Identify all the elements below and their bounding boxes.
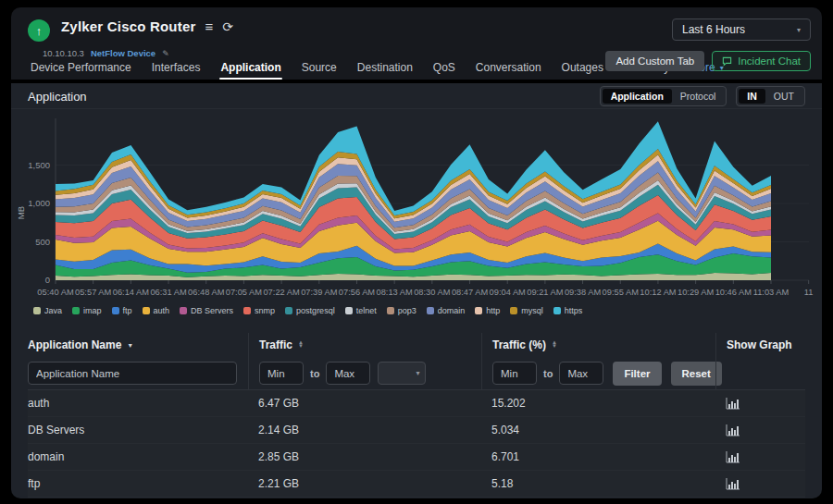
tab-application[interactable]: Application: [210, 55, 291, 80]
legend-item-ftp[interactable]: ftp: [112, 306, 132, 315]
time-range-value: Last 6 Hours: [682, 23, 745, 36]
cell-traffic-pct: 6.701: [481, 444, 715, 470]
chat-bubble-icon: [722, 56, 732, 67]
add-custom-tab-button[interactable]: Add Custom Tab: [605, 51, 704, 71]
column-traffic[interactable]: Traffic ▲ ▼: [248, 333, 481, 357]
section-header: Application ApplicationProtocol INOUT: [11, 83, 822, 109]
x-tick-label: 06:14 AM: [113, 288, 149, 297]
y-tick-label: 0: [45, 275, 50, 285]
table-row-auth: auth6.47 GB15.202: [28, 390, 805, 417]
traffic-pct-min-input[interactable]: [492, 362, 537, 385]
filter-button[interactable]: Filter: [613, 362, 661, 386]
x-tick-label: 09:38 AM: [565, 288, 601, 297]
sort-arrows-icon: ▲ ▼: [298, 341, 304, 348]
x-tick-label: 05:40 AM: [37, 288, 73, 297]
legend-item-domain[interactable]: domain: [427, 306, 466, 315]
traffic-min-input[interactable]: [259, 362, 304, 385]
legend-swatch: [243, 307, 251, 314]
refresh-icon[interactable]: ⟳: [222, 20, 233, 33]
time-range-select[interactable]: Last 6 Hours ▾: [672, 18, 811, 41]
cell-traffic-pct: 5.034: [481, 417, 715, 443]
x-tick-label: 10:29 AM: [678, 288, 714, 297]
y-tick-label: 1,500: [28, 160, 50, 170]
legend-swatch: [285, 307, 292, 314]
toggle-protocol[interactable]: Protocol: [672, 89, 725, 104]
incident-chat-label: Incident Chat: [738, 55, 801, 67]
show-graph-button[interactable]: [726, 451, 740, 463]
x-tick-label: 07:22 AM: [263, 288, 299, 297]
tab-source[interactable]: Source: [292, 55, 347, 80]
legend-item-db-servers[interactable]: DB Servers: [180, 306, 233, 315]
tab-qos[interactable]: QoS: [423, 55, 466, 80]
traffic-unit-select[interactable]: ▾: [378, 362, 426, 385]
traffic-pct-max-input[interactable]: [559, 362, 603, 385]
y-tick-label: 1,000: [28, 198, 50, 208]
bar-chart-icon: [726, 478, 740, 490]
cell-traffic-pct: 15.202: [481, 390, 715, 416]
y-tick-label: 500: [35, 237, 50, 247]
bar-chart-icon: [726, 451, 740, 463]
legend-swatch: [112, 307, 119, 314]
legend-swatch: [475, 307, 482, 314]
cell-traffic-pct: 5.18: [481, 471, 715, 497]
legend-item-imap[interactable]: imap: [72, 306, 102, 315]
sort-desc-icon: ▼: [127, 342, 133, 349]
x-tick-label: 07:39 AM: [301, 288, 337, 297]
legend-item-http[interactable]: http: [475, 306, 500, 315]
legend-swatch: [143, 307, 150, 314]
cell-traffic: 2.14 GB: [248, 417, 481, 443]
legend-swatch: [72, 307, 80, 314]
tab-device-performance[interactable]: Device Performance: [20, 55, 142, 80]
tab-conversation[interactable]: Conversation: [466, 55, 552, 80]
tab-interfaces[interactable]: Interfaces: [142, 55, 211, 80]
stacked-area-chart: 05001,0001,500MB05:40 AM05:57 AM06:14 AM…: [11, 109, 822, 305]
chevron-down-icon: ▾: [797, 26, 801, 34]
chart-toggles: ApplicationProtocol INOUT: [600, 86, 805, 106]
legend-item-telnet[interactable]: telnet: [345, 306, 377, 315]
legend-item-auth[interactable]: auth: [143, 306, 170, 315]
show-graph-button[interactable]: [726, 478, 740, 490]
to-label: to: [310, 368, 319, 379]
x-tick-label: 08:30 AM: [414, 288, 450, 297]
column-traffic-pct[interactable]: Traffic (%) ▲ ▼: [481, 333, 715, 357]
reset-button[interactable]: Reset: [671, 362, 722, 386]
traffic-max-input[interactable]: [326, 362, 370, 385]
incident-chat-button[interactable]: Incident Chat: [712, 51, 811, 71]
show-graph-button[interactable]: [726, 398, 740, 410]
arrow-up-icon: ↑: [36, 24, 43, 38]
show-graph-button[interactable]: [726, 424, 740, 436]
legend-item-java[interactable]: Java: [33, 306, 62, 315]
cell-application-name: ftp: [28, 471, 248, 497]
toggle-out[interactable]: OUT: [765, 89, 802, 104]
hamburger-menu-icon[interactable]: ≡: [205, 19, 214, 33]
tab-outages[interactable]: Outages: [552, 55, 614, 80]
main-panel: Application ApplicationProtocol INOUT 05…: [11, 83, 822, 498]
cell-application-name: domain: [28, 444, 248, 470]
legend-swatch: [345, 307, 353, 314]
cell-traffic: 6.47 GB: [248, 390, 481, 416]
cell-traffic: 2.21 GB: [248, 471, 481, 497]
chart-legend: JavaimapftpauthDB Serverssnmppostgresqlt…: [11, 305, 822, 315]
header: ↑ Zylker Cisco Router ≡ ⟳ 10.10.10.3 Net…: [11, 7, 822, 80]
table-header-row: Application Name ▼ Traffic ▲ ▼ Traffic (…: [28, 333, 805, 357]
legend-item-pop3[interactable]: pop3: [387, 306, 416, 315]
view-toggle-group: ApplicationProtocol: [600, 86, 727, 106]
application-name-filter-input[interactable]: [28, 362, 237, 385]
x-tick-label: 07:05 AM: [226, 288, 262, 297]
toggle-in[interactable]: IN: [739, 89, 765, 104]
legend-swatch: [553, 307, 561, 314]
x-tick-label: 09:04 AM: [490, 288, 526, 297]
legend-item-mysql[interactable]: mysql: [510, 306, 543, 315]
x-tick-label: 07:56 AM: [339, 288, 375, 297]
column-show-graph: Show Graph: [715, 333, 805, 357]
tab-destination[interactable]: Destination: [347, 55, 423, 80]
title-row: Zylker Cisco Router ≡ ⟳: [61, 18, 233, 34]
legend-item-https[interactable]: https: [553, 306, 583, 315]
toggle-application[interactable]: Application: [603, 89, 672, 104]
column-application-name[interactable]: Application Name ▼: [28, 333, 248, 357]
legend-item-snmp[interactable]: snmp: [243, 306, 275, 315]
legend-swatch: [33, 307, 41, 314]
x-tick-label: 10:12 AM: [640, 288, 676, 297]
legend-item-postgresql[interactable]: postgresql: [285, 306, 335, 315]
section-title: Application: [28, 90, 87, 104]
